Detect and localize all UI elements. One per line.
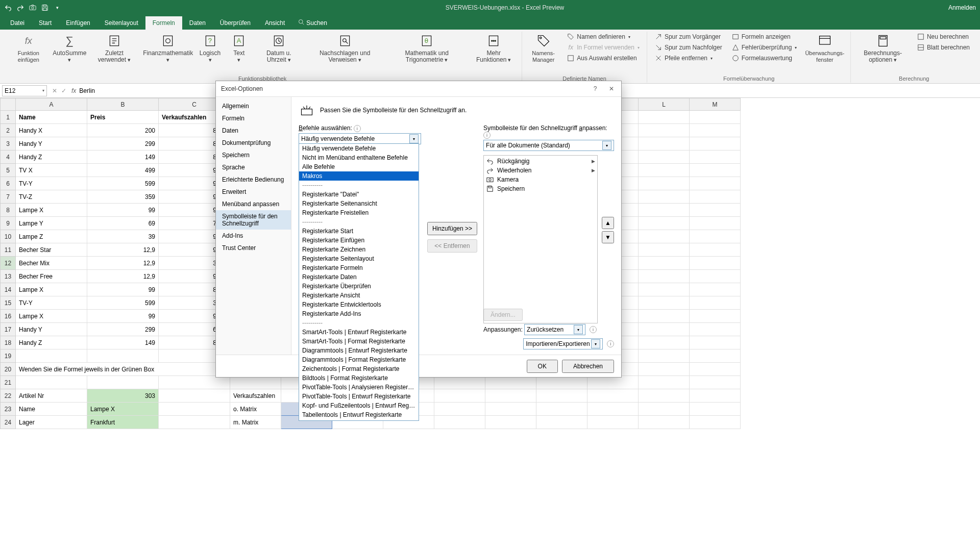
options-nav-item[interactable]: Erleichterte Bedienung (216, 173, 291, 186)
row-header[interactable]: 4 (1, 151, 16, 164)
cell[interactable] (87, 349, 159, 363)
qat-list-item[interactable]: Kamera (485, 175, 596, 184)
tab-ansicht[interactable]: Ansicht (258, 16, 292, 30)
col-header[interactable]: L (639, 98, 690, 111)
cell[interactable] (485, 403, 536, 416)
cell[interactable] (639, 403, 690, 416)
cell[interactable]: 149 (87, 336, 159, 349)
cell[interactable] (639, 190, 690, 204)
row-header[interactable]: 19 (1, 349, 16, 363)
logical-button[interactable]: ?Logisch ▾ (197, 32, 224, 64)
qat-list-item[interactable]: Wiederholen▶ (485, 166, 596, 175)
dropdown-item[interactable]: Diagrammtools | Format Registerkarte (299, 355, 419, 364)
recent-button[interactable]: Zuletzt verwendet ▾ (89, 32, 139, 64)
options-nav-item[interactable]: Symbolleiste für den Schnellzugriff (216, 210, 291, 230)
cell[interactable] (690, 190, 741, 204)
reset-combo[interactable]: Zurücksetzen▾ (524, 324, 585, 335)
remove-arrows-button[interactable]: Pfeile entfernen▾ (651, 53, 725, 63)
cell[interactable] (690, 257, 741, 270)
calc-sheet-button[interactable]: Blatt berechnen (914, 42, 973, 53)
cell[interactable]: Preis (87, 111, 159, 124)
dropdown-item[interactable]: Registerkarte Ansicht (299, 291, 419, 300)
options-nav-item[interactable]: Trust Center (216, 242, 291, 254)
cell[interactable]: Name (16, 403, 87, 416)
cell[interactable]: Handy Z (16, 336, 87, 349)
dropdown-item[interactable]: Registerkarte "Datei" (299, 190, 419, 199)
dropdown-item[interactable]: Registerkarte Seitenlayout (299, 254, 419, 263)
dropdown-item[interactable]: Zeichentools | Format Registerkarte (299, 364, 419, 373)
tab-einfuegen[interactable]: Einfügen (59, 16, 97, 30)
datetime-button[interactable]: Datum u. Uhrzeit ▾ (255, 32, 303, 64)
cell[interactable]: TV X (16, 164, 87, 177)
cell[interactable]: 303 (87, 389, 159, 403)
dropdown-item[interactable]: Häufig verwendete Befehle (299, 144, 419, 153)
cell[interactable] (159, 389, 230, 403)
accept-icon[interactable]: ✓ (61, 87, 66, 94)
cell[interactable]: 599 (87, 177, 159, 190)
close-icon[interactable]: ✕ (607, 85, 616, 92)
dropdown-item[interactable]: Makros (299, 171, 419, 181)
options-nav-item[interactable]: Formeln (216, 112, 291, 124)
cancel-button[interactable]: Abbrechen (562, 360, 614, 373)
trace-dependents-button[interactable]: Spur zum Nachfolger (651, 42, 725, 53)
cell[interactable] (485, 376, 536, 389)
cell[interactable] (690, 217, 741, 230)
cell[interactable] (690, 416, 741, 429)
cell[interactable]: 69 (87, 217, 159, 230)
undo-icon[interactable] (4, 4, 12, 12)
cell[interactable]: Lampe X (16, 310, 87, 323)
create-from-selection-button[interactable]: Aus Auswahl erstellen (564, 53, 643, 63)
row-header[interactable]: 24 (1, 416, 16, 429)
cell[interactable]: 599 (87, 296, 159, 310)
row-header[interactable]: 18 (1, 336, 16, 349)
cell[interactable]: 200 (87, 124, 159, 137)
cell[interactable]: Artikel Nr (16, 389, 87, 403)
tab-ueberpruefen[interactable]: Überprüfen (213, 16, 258, 30)
trace-precedents-button[interactable]: Spur zum Vorgänger (651, 32, 725, 42)
cell[interactable]: 12,9 (87, 257, 159, 270)
lookup-button[interactable]: Nachschlagen und Verweisen ▾ (306, 32, 384, 64)
cell[interactable]: 99 (87, 283, 159, 296)
dropdown-item[interactable]: Registerkarte Freistellen (299, 208, 419, 217)
select-all-corner[interactable] (1, 98, 16, 111)
dropdown-item[interactable]: Registerkarte Add-Ins (299, 309, 419, 318)
row-header[interactable]: 6 (1, 177, 16, 190)
row-header[interactable]: 14 (1, 283, 16, 296)
cell[interactable] (639, 177, 690, 190)
cell[interactable] (639, 283, 690, 296)
dropdown-item[interactable]: Registerkarte Daten (299, 272, 419, 282)
cell[interactable]: 12,9 (87, 243, 159, 257)
options-nav-item[interactable]: Erweitert (216, 186, 291, 198)
cell[interactable]: 499 (87, 164, 159, 177)
tab-datei[interactable]: Datei (3, 16, 32, 30)
cell[interactable] (690, 323, 741, 336)
help-icon[interactable]: ? (591, 85, 600, 92)
cell[interactable] (159, 376, 230, 389)
dropdown-item[interactable]: Tabellentools | Entwurf Registerkarte (299, 410, 419, 419)
cell[interactable] (639, 296, 690, 310)
row-header[interactable]: 13 (1, 270, 16, 283)
dropdown-item[interactable]: Registerkarte Formeln (299, 263, 419, 272)
options-nav-item[interactable]: Dokumentprüfung (216, 137, 291, 149)
cell[interactable]: Lampe X (16, 283, 87, 296)
cell[interactable] (690, 243, 741, 257)
cell[interactable] (639, 151, 690, 164)
dropdown-item[interactable]: SmartArt-Tools | Format Registerkarte (299, 337, 419, 346)
math-button[interactable]: θMathematik und Trigonometrie ▾ (387, 32, 467, 64)
cell[interactable]: Lampe X (87, 403, 159, 416)
error-check-button[interactable]: Fehlerüberprüfung▾ (728, 42, 800, 53)
dropdown-item[interactable]: SmartArt-Tools | Entwurf Registerkarte (299, 328, 419, 337)
dropdown-item[interactable]: ---------- (299, 181, 419, 190)
row-header[interactable]: 22 (1, 389, 16, 403)
cell[interactable]: Handy Z (16, 151, 87, 164)
cell[interactable]: Becher Star (16, 243, 87, 257)
cell[interactable] (690, 363, 741, 376)
insert-function-button[interactable]: fxFunktion einfügen (7, 32, 50, 64)
save-icon[interactable] (41, 4, 49, 12)
cell[interactable] (587, 376, 639, 389)
cell[interactable]: Verkaufszahlen (230, 389, 281, 403)
cell[interactable] (639, 217, 690, 230)
info-icon[interactable]: i (354, 125, 361, 132)
redo-icon[interactable] (16, 4, 24, 12)
cell[interactable]: o. Matrix (230, 403, 281, 416)
